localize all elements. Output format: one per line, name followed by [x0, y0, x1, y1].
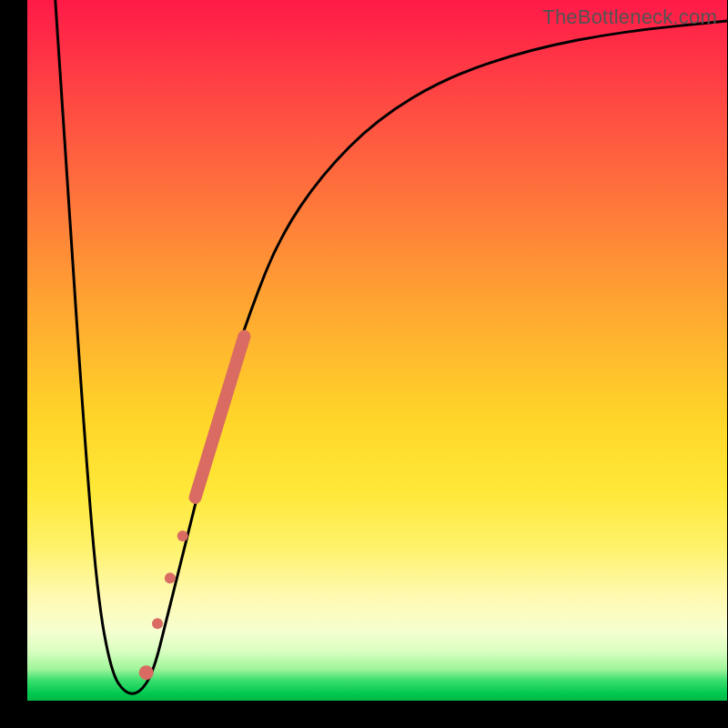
marker-dot: [152, 618, 163, 629]
marker-dot: [177, 531, 188, 541]
plot-area: [27, 0, 727, 701]
watermark-text: TheBottleneck.com: [542, 5, 717, 29]
chart-stage: TheBottleneck.com: [0, 0, 728, 728]
v-curve: [56, 0, 727, 693]
marker-dot: [165, 572, 176, 583]
marker-dot: [139, 665, 154, 680]
curve-layer: [27, 0, 727, 701]
markers: [139, 337, 245, 681]
marker-segment: [196, 337, 245, 498]
